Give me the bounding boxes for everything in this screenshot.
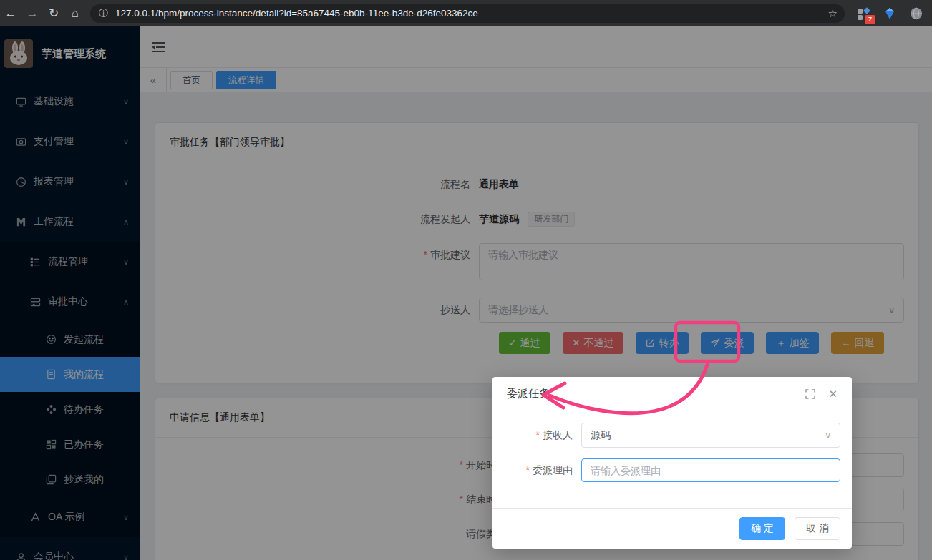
extension-grid-icon[interactable]: 7 (856, 6, 870, 21)
gem-icon (883, 6, 897, 21)
field-label-required: 委派理由 (492, 464, 573, 477)
fullscreen-icon[interactable] (805, 389, 815, 399)
receiver-value: 源码 (591, 429, 611, 442)
home-icon[interactable]: ⌂ (64, 6, 86, 21)
browser-chrome: ← → ↻ ⌂ ⓘ 127.0.0.1/bpm/process-instance… (0, 0, 932, 26)
reason-input[interactable] (581, 458, 840, 482)
delegate-task-dialog: 委派任务 ✕ 接收人 源码 ∨ 委派理由 确 定 取 消 (492, 377, 852, 549)
chevron-down-icon: ∨ (825, 431, 831, 441)
dialog-title: 委派任务 (507, 387, 550, 401)
bookmark-star-icon[interactable]: ☆ (828, 7, 838, 20)
reason-control (581, 458, 840, 482)
close-icon[interactable]: ✕ (828, 388, 838, 401)
url-text[interactable]: 127.0.0.1/bpm/process-instance/detail?id… (115, 8, 822, 19)
reason-row: 委派理由 (492, 458, 840, 482)
extension-icons: 7 2 (856, 6, 932, 21)
receiver-select[interactable]: 源码 ∨ (581, 423, 840, 448)
refresh-icon[interactable]: ↻ (43, 6, 64, 21)
globe-icon (909, 6, 923, 21)
forward-icon[interactable]: → (21, 6, 43, 21)
back-icon[interactable]: ← (0, 6, 21, 21)
site-info-icon[interactable]: ⓘ (99, 7, 108, 20)
receiver-row: 接收人 源码 ∨ (492, 423, 840, 448)
field-label-required: 接收人 (492, 429, 573, 442)
dialog-footer: 确 定 取 消 (492, 508, 852, 549)
dialog-header-icons: ✕ (805, 388, 838, 401)
extension-gem-icon[interactable] (883, 6, 897, 21)
dialog-header: 委派任务 ✕ (492, 377, 852, 411)
extension-globe-icon[interactable] (909, 6, 923, 21)
extension-badge: 7 (865, 15, 875, 24)
address-bar[interactable]: ⓘ 127.0.0.1/bpm/process-instance/detail?… (90, 4, 845, 23)
confirm-button[interactable]: 确 定 (739, 517, 785, 540)
receiver-control: 源码 ∨ (581, 423, 840, 448)
cancel-button[interactable]: 取 消 (795, 517, 840, 540)
